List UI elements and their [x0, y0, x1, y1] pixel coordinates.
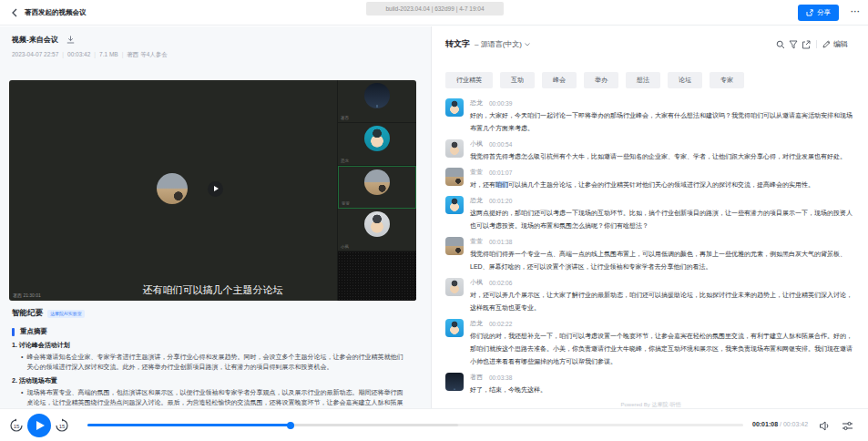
keyword-tag[interactable]: 论坛	[668, 72, 702, 88]
section-label: 重点摘要	[20, 327, 47, 336]
meta-size: 7.1 MB	[99, 51, 118, 57]
transcript-entry: 恐龙00:00:39好的，大家好，今天咱们一起讨论一下即将举办的那场行业峰会，大…	[445, 98, 856, 135]
share-label: 分享	[817, 8, 831, 17]
edit-label: 编辑	[833, 39, 848, 49]
page-title: 著西发起的视频会议	[25, 0, 87, 26]
participant-tile[interactable]: 小枫	[338, 209, 416, 251]
participant-tile[interactable]: 萱萱	[338, 166, 416, 209]
chevron-down-icon	[525, 43, 530, 46]
video-play-overlay[interactable]	[208, 181, 223, 197]
watermark: Powered By 达摩院·听悟	[445, 401, 856, 408]
player-bar: 15 15 00:01:08 / 00:03:42	[0, 408, 868, 441]
rewind-15-button[interactable]: 15	[9, 418, 24, 433]
smart-summary: 智能纪要 达摩院AI实验室 重点摘要 1. 讨论峰会活动计划•峰会将邀请知名企业…	[12, 308, 416, 408]
forward-15-button[interactable]: 15	[55, 418, 69, 433]
participant-tile[interactable]: 著西	[338, 80, 416, 123]
entry-text[interactable]: 对，还有咱们可以搞几个主题分论坛，让参会的行业精英针对他们关心的领域进行深入的探…	[470, 179, 856, 191]
transcript-entry: 小枫00:02:06对，还可以弄几个展示区，让大家了解行业的最新动态，咱们还可以…	[445, 278, 856, 314]
back-icon[interactable]	[10, 8, 19, 17]
entry-timestamp[interactable]: 00:02:06	[489, 280, 512, 286]
entry-timestamp[interactable]: 00:02:22	[489, 321, 512, 327]
rewind-15-label: 15	[14, 424, 20, 429]
entry-text[interactable]: 你们说的对，我还想补充一下，咱们可以考虑设置一个晚宴环节，让参会嘉宾在轻松的氛围…	[470, 330, 856, 368]
entry-text[interactable]: 我觉得首先得考虑怎么吸引杭州有个大牛，比如邀请一些知名的企业家、专家、学者，让他…	[470, 150, 856, 163]
entry-text[interactable]: 好的，大家好，今天咱们一起讨论一下即将举办的那场行业峰会，大家有什么想法和建议吗…	[470, 109, 856, 135]
filter-icon[interactable]	[789, 40, 798, 49]
keyword-tags: 行业精英互动峰会举办想法论坛专家	[445, 72, 856, 88]
participant-avatar	[364, 83, 390, 108]
entry-timestamp[interactable]: 00:01:20	[489, 198, 512, 204]
speaker-avatar	[445, 278, 464, 296]
share-button[interactable]: 分享	[798, 5, 839, 21]
highlighted-word: 咱们	[495, 181, 508, 188]
progress-knob[interactable]	[287, 422, 294, 429]
keyword-tag[interactable]: 行业精英	[445, 72, 493, 88]
entry-timestamp[interactable]: 00:03:38	[489, 374, 512, 381]
speaker-name: 萱萱	[470, 168, 483, 177]
speaker-name: 小枫	[470, 139, 483, 149]
speaker-name: 恐龙	[470, 196, 483, 205]
entry-text[interactable]: 对，还可以弄几个展示区，让大家了解行业的最新动态，咱们还可以搞援助论坛，比如探讨…	[470, 289, 856, 314]
summary-item-text: •现场将布置专业、高端的氛围，包括演讲区和展示区，以便行业领袖和专家学者分享观点…	[12, 387, 416, 408]
speaker-avatar	[445, 139, 464, 158]
search-icon[interactable]	[776, 40, 785, 49]
speaker-avatar	[445, 196, 464, 214]
entry-timestamp[interactable]: 00:01:07	[489, 169, 512, 176]
progress-fill	[87, 424, 291, 426]
entry-text[interactable]: 我觉得咱们得弄一个专业一点、高端一点的线上氛围布置上，可以用低调的颜色，再加上一…	[470, 248, 856, 273]
volume-icon[interactable]	[819, 420, 831, 432]
keyword-tag[interactable]: 专家	[710, 72, 744, 88]
video-title: 视频-来自会议	[12, 35, 58, 45]
entry-text[interactable]: 这两点挺好的，那咱们还可以考虑一下现场的互动环节。比如，搞个行业创新项目的路演，…	[470, 207, 856, 232]
transcript-language[interactable]: – 源语言(中文)	[475, 39, 522, 49]
keyword-tag[interactable]: 峰会	[542, 72, 577, 88]
transcript-entry: 萱萱00:01:38我觉得咱们得弄一个专业一点、高端一点的线上氛围布置上，可以用…	[445, 237, 856, 273]
summary-item-title: 1. 讨论峰会活动计划	[12, 341, 416, 350]
participant-strip: 著西恐龙萱萱小枫	[337, 80, 416, 301]
participant-avatar	[364, 211, 390, 237]
share-icon	[806, 9, 813, 16]
edit-button[interactable]: 编辑	[822, 39, 848, 49]
summary-badge: 达摩院AI实验室	[47, 310, 85, 318]
transcript-entry: 小枫00:00:54我觉得首先得考虑怎么吸引杭州有个大牛，比如邀请一些知名的企业…	[445, 139, 856, 163]
participant-name: 萱萱	[342, 201, 350, 206]
current-time: 00:01:08	[752, 421, 778, 427]
download-icon[interactable]	[66, 36, 75, 44]
topbar: 著西发起的视频会议 build-2023.04.04 | 632d99 | 4-…	[0, 0, 868, 26]
total-time: 00:03:42	[783, 421, 808, 427]
participant-name: 小枫	[341, 244, 349, 249]
keyword-tag[interactable]: 举办	[584, 72, 618, 88]
more-button[interactable]: ···	[851, 0, 861, 26]
divider	[816, 40, 817, 48]
meta-participants: 著西 等4人参会	[127, 51, 167, 57]
speaker-name: 著西	[470, 373, 483, 382]
edit-icon	[822, 40, 831, 48]
transcript-entry: 恐龙00:02:22你们说的对，我还想补充一下，咱们可以考虑设置一个晚宴环节，让…	[445, 319, 856, 368]
speaker-name: 萱萱	[470, 237, 483, 246]
speaker-avatar	[445, 168, 464, 186]
keyword-tag[interactable]: 想法	[626, 72, 660, 88]
summary-item-title: 2. 活动现场布置	[12, 376, 416, 385]
meta-duration: 00:03:42	[67, 51, 90, 57]
section-bar	[12, 328, 15, 336]
entry-timestamp[interactable]: 00:00:54	[489, 141, 512, 148]
keyword-tag[interactable]: 互动	[500, 72, 535, 88]
progress-bar[interactable]	[87, 424, 743, 426]
speaker-name: 恐龙	[470, 98, 483, 108]
entry-timestamp[interactable]: 00:01:38	[489, 239, 512, 245]
build-badge: build-2023.04.04 | 632d99 | 4-7 19:04	[366, 2, 504, 15]
speaker-avatar	[445, 319, 464, 337]
transcript-entries: 恐龙00:00:39好的，大家好，今天咱们一起讨论一下即将举办的那场行业峰会，大…	[445, 98, 856, 396]
transcript-entry: 萱萱00:01:07对，还有咱们可以搞几个主题分论坛，让参会的行业精英针对他们关…	[445, 168, 856, 191]
video-player[interactable]: 著西 21:30:01 还有咱们可以搞几个主题分论坛 著西恐龙萱萱小枫	[9, 80, 416, 301]
participant-tile[interactable]: 恐龙	[338, 123, 416, 166]
play-button[interactable]	[27, 414, 51, 437]
summary-item-text: •峰会将邀请知名企业家、专家学者进行主题演讲，分享行业心得和发展趋势。同时，会设…	[12, 352, 416, 372]
speaker-avatar	[445, 237, 464, 255]
settings-icon[interactable]	[842, 420, 853, 432]
empty-tile-pattern	[338, 251, 416, 301]
entry-timestamp[interactable]: 00:00:39	[489, 100, 512, 107]
participant-name: 恐龙	[341, 159, 349, 163]
export-icon[interactable]	[802, 40, 811, 49]
entry-text[interactable]: 好了，结束，今晚先这样。	[470, 384, 856, 396]
